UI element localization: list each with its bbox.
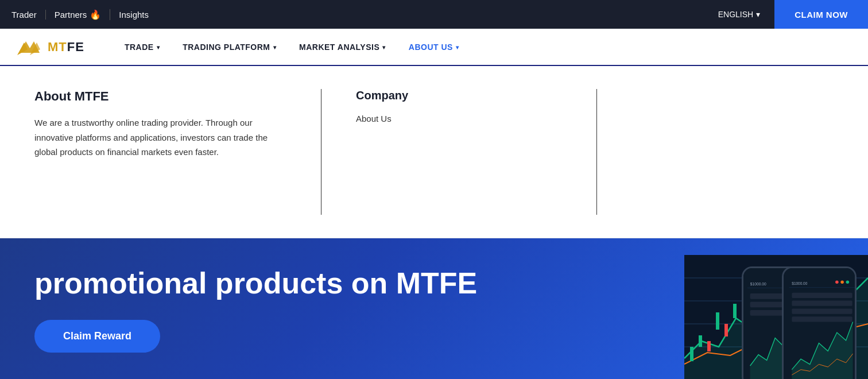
logo[interactable]: MTFE xyxy=(17,37,84,57)
dropdown-company-col: Company About Us xyxy=(321,89,597,215)
partners-label: Partners xyxy=(55,10,87,20)
claim-reward-button[interactable]: Claim Reward xyxy=(34,320,160,353)
svg-text:$1000.00: $1000.00 xyxy=(750,282,766,286)
top-bar: Trader Partners 🔥 Insights ENGLISH ▾ CLA… xyxy=(0,0,868,29)
trader-link[interactable]: Trader xyxy=(11,10,46,20)
phone-chart-2: $1000.00 xyxy=(786,277,857,379)
main-nav: MTFE TRADE ▾ TRADING PLATFORM ▾ MARKET A… xyxy=(0,29,868,66)
claim-now-button[interactable]: CLAIM NOW xyxy=(774,0,868,29)
svg-rect-13 xyxy=(733,304,737,318)
trading-platform-arrow: ▾ xyxy=(273,44,277,51)
logo-text: MTFE xyxy=(48,40,84,55)
top-bar-left: Trader Partners 🔥 Insights xyxy=(11,9,149,20)
svg-rect-10 xyxy=(707,341,711,351)
svg-rect-11 xyxy=(716,312,719,330)
top-bar-right: ENGLISH ▾ CLAIM NOW xyxy=(704,0,868,29)
partners-link[interactable]: Partners 🔥 xyxy=(55,9,111,20)
svg-rect-36 xyxy=(792,309,852,314)
nav-about-us[interactable]: ABOUT US ▾ xyxy=(409,42,459,52)
logo-icon xyxy=(17,37,43,57)
nav-market-analysis[interactable]: MARKET ANALYSIS ▾ xyxy=(299,42,386,52)
svg-rect-12 xyxy=(724,324,728,337)
language-arrow: ▾ xyxy=(756,10,760,19)
promo-section: promotional products on MTFE Claim Rewar… xyxy=(0,238,868,379)
dropdown-about-col: About MTFE We are a trustworthy online t… xyxy=(34,89,321,215)
about-us-link[interactable]: About Us xyxy=(356,114,596,123)
insights-link[interactable]: Insights xyxy=(119,10,149,20)
about-text: We are a trustworthy online trading prov… xyxy=(34,115,286,160)
svg-rect-37 xyxy=(792,316,852,322)
svg-text:$1000.00: $1000.00 xyxy=(792,281,807,285)
language-label: ENGLISH xyxy=(718,10,753,19)
svg-point-31 xyxy=(840,281,844,284)
svg-rect-8 xyxy=(690,347,693,361)
svg-point-32 xyxy=(846,281,850,284)
svg-point-30 xyxy=(835,281,839,284)
nav-trade[interactable]: TRADE ▾ xyxy=(125,42,160,52)
about-title: About MTFE xyxy=(34,89,286,104)
trade-arrow: ▾ xyxy=(157,44,160,51)
phone-screen-2: $1000.00 xyxy=(784,268,855,379)
nav-trading-platform[interactable]: TRADING PLATFORM ▾ xyxy=(183,42,276,52)
dropdown-panel: About MTFE We are a trustworthy online t… xyxy=(0,66,868,238)
flame-icon: 🔥 xyxy=(90,9,101,20)
about-us-arrow: ▾ xyxy=(456,44,459,51)
svg-rect-34 xyxy=(792,293,852,298)
phone-mockup-2: $1000.00 xyxy=(782,266,857,379)
svg-rect-9 xyxy=(699,335,702,347)
market-analysis-arrow: ▾ xyxy=(382,44,386,51)
language-selector[interactable]: ENGLISH ▾ xyxy=(704,10,774,19)
svg-rect-35 xyxy=(792,301,852,306)
company-title: Company xyxy=(356,89,596,102)
